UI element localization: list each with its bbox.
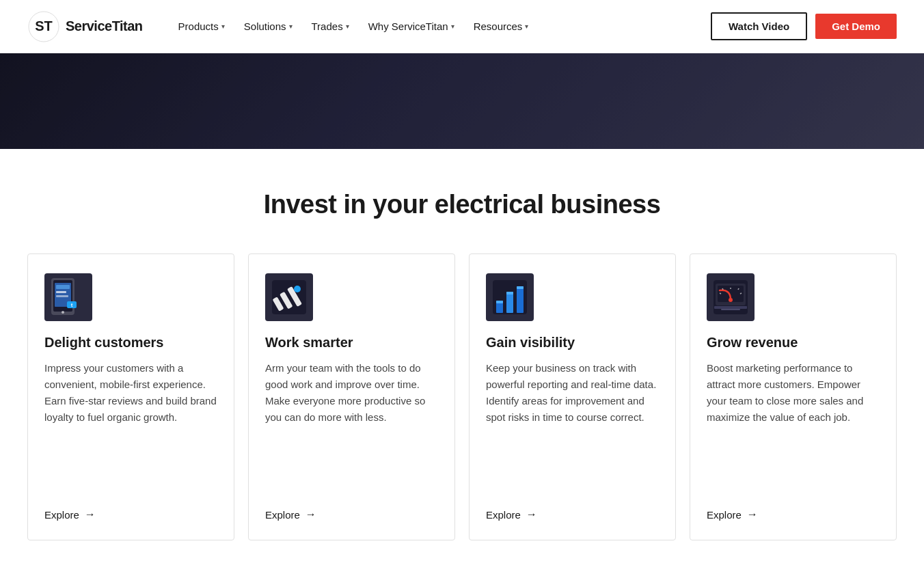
card-title-delight: Delight customers: [44, 335, 217, 351]
card-desc-delight: Impress your customers with a convenient…: [44, 360, 217, 486]
nav-label-solutions: Solutions: [244, 20, 286, 32]
main-content: Invest in your electrical business t D: [0, 149, 924, 563]
svg-point-15: [294, 286, 301, 292]
svg-rect-6: [56, 291, 66, 293]
hero-banner: [0, 53, 924, 149]
watch-video-button[interactable]: Watch Video: [711, 12, 807, 40]
svg-line-28: [722, 288, 723, 290]
svg-text:ST: ST: [35, 18, 53, 33]
svg-rect-33: [721, 309, 740, 310]
svg-rect-5: [56, 285, 70, 289]
nav-label-products: Products: [178, 20, 219, 32]
nav-item-trades[interactable]: Trades ▾: [303, 15, 357, 38]
card-title-work: Work smarter: [265, 335, 438, 351]
chevron-down-icon: ▾: [289, 23, 293, 30]
logo-icon: ST: [27, 10, 60, 43]
svg-rect-19: [517, 286, 524, 313]
card-title-visibility: Gain visibility: [486, 335, 659, 351]
card-icon-work: [265, 273, 313, 321]
header-actions: Watch Video Get Demo: [711, 12, 897, 40]
dashboard-icon: [710, 277, 751, 318]
chevron-down-icon: ▾: [525, 23, 528, 30]
card-desc-revenue: Boost marketing performance to attract m…: [707, 360, 880, 486]
card-icon-revenue: [707, 273, 755, 321]
main-nav: Products ▾ Solutions ▾ Trades ▾ Why Serv…: [170, 15, 711, 38]
nav-label-resources: Resources: [474, 20, 523, 32]
svg-rect-22: [517, 286, 524, 289]
nav-label-trades: Trades: [312, 20, 343, 32]
arrow-right-icon: →: [747, 508, 758, 521]
card-work-smarter: Work smarter Arm your team with the tool…: [248, 253, 455, 540]
card-title-revenue: Grow revenue: [707, 335, 880, 351]
mobile-icon: t: [48, 277, 89, 318]
nav-item-resources[interactable]: Resources ▾: [465, 15, 537, 38]
explore-label-delight: Explore: [44, 509, 79, 521]
svg-rect-7: [56, 295, 68, 297]
explore-link-delight[interactable]: Explore →: [44, 508, 217, 521]
section-title: Invest in your electrical business: [27, 190, 897, 219]
nav-item-products[interactable]: Products ▾: [170, 15, 233, 38]
nav-item-solutions[interactable]: Solutions ▾: [236, 15, 301, 38]
svg-rect-11: [272, 280, 306, 314]
arrow-right-icon: →: [85, 508, 96, 521]
svg-line-27: [720, 293, 721, 294]
header: ST ServiceTitan Products ▾ Solutions ▾ T…: [0, 0, 924, 53]
nav-item-why-servicetitan[interactable]: Why ServiceTitan ▾: [360, 15, 463, 38]
chevron-down-icon: ▾: [451, 23, 454, 30]
svg-rect-20: [496, 301, 503, 303]
explore-label-visibility: Explore: [486, 509, 521, 521]
explore-label-revenue: Explore: [707, 509, 742, 521]
chevron-down-icon: ▾: [221, 23, 225, 30]
chevron-down-icon: ▾: [346, 23, 349, 30]
svg-text:t: t: [71, 302, 73, 308]
svg-point-8: [62, 311, 64, 314]
arrow-right-icon: →: [526, 508, 537, 521]
svg-rect-32: [714, 306, 747, 309]
nav-label-why: Why ServiceTitan: [368, 20, 448, 32]
logo-text: ServiceTitan: [66, 18, 143, 34]
card-desc-visibility: Keep your business on track with powerfu…: [486, 360, 659, 486]
tools-icon: [269, 277, 310, 318]
explore-link-revenue[interactable]: Explore →: [707, 508, 880, 521]
card-gain-visibility: Gain visibility Keep your business on tr…: [469, 253, 676, 540]
card-delight-customers: t Delight customers Impress your custome…: [27, 253, 234, 540]
card-grow-revenue: Grow revenue Boost marketing performance…: [690, 253, 897, 540]
logo[interactable]: ST ServiceTitan: [27, 10, 143, 43]
explore-label-work: Explore: [265, 509, 300, 521]
svg-line-30: [738, 288, 739, 290]
explore-link-work[interactable]: Explore →: [265, 508, 438, 521]
card-icon-visibility: [486, 273, 534, 321]
arrow-right-icon: →: [305, 508, 316, 521]
svg-rect-21: [506, 292, 513, 294]
svg-rect-18: [506, 292, 513, 313]
svg-point-26: [729, 298, 733, 302]
get-demo-button[interactable]: Get Demo: [815, 14, 897, 39]
cards-grid: t Delight customers Impress your custome…: [27, 253, 897, 540]
explore-link-visibility[interactable]: Explore →: [486, 508, 659, 521]
chart-icon: [489, 277, 530, 318]
card-desc-work: Arm your team with the tools to do good …: [265, 360, 438, 486]
card-icon-delight: t: [44, 273, 92, 321]
svg-line-31: [740, 293, 742, 294]
